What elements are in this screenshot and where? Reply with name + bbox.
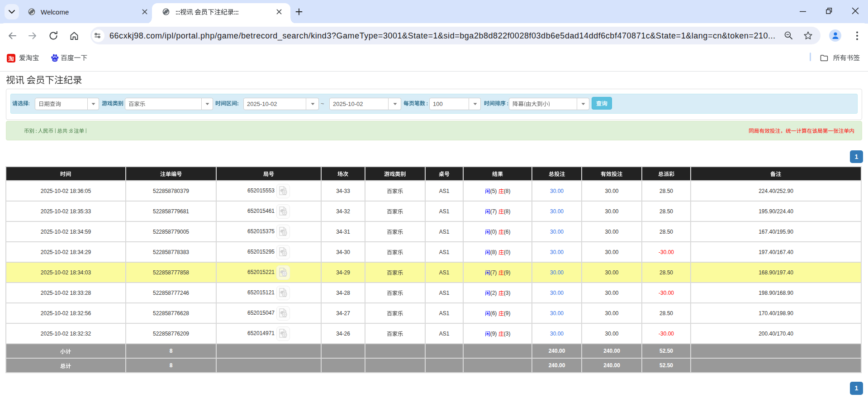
- svg-text:du: du: [53, 58, 57, 61]
